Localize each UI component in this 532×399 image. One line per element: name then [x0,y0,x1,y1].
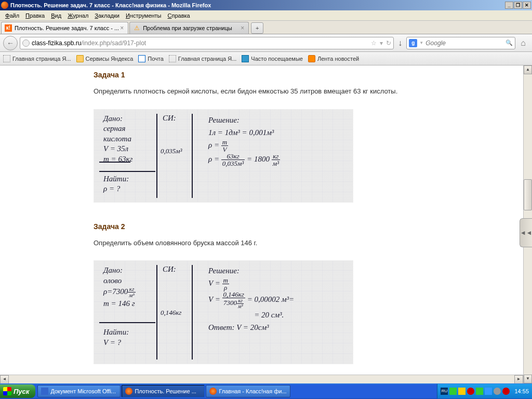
task-text: Определить объем оловянного бруска массо… [94,238,523,248]
scroll-down-button[interactable]: ▼ [524,375,532,383]
reload-icon[interactable]: ↻ [386,39,391,47]
task-heading: Задача 1 [94,71,523,79]
taskbar-item-active[interactable]: Плотность. Решение ... [122,385,205,397]
task-heading: Задача 2 [94,222,523,231]
tab-title: Проблема при загрузке страницы [143,25,232,31]
page-content: Задача 1 Определить плотность серной кис… [0,65,523,383]
search-icon[interactable]: 🔍 [506,39,513,46]
tray-icon[interactable] [476,388,483,395]
visited-icon [242,55,249,62]
firefox-icon [209,388,217,395]
close-button[interactable]: ✕ [523,2,531,9]
menu-file[interactable]: Файл [2,11,22,20]
scroll-up-button[interactable]: ▲ [524,65,532,74]
tray-icon[interactable] [449,388,457,395]
minimize-button[interactable]: _ [505,2,513,9]
bookmark-item[interactable]: Главная страница Я... [3,55,71,62]
scroll-left-button[interactable]: ◄ [0,375,9,384]
menu-history[interactable]: Журнал [64,11,91,20]
window-titlebar: Плотность. Решение задач. 7 класс - Клас… [0,0,532,10]
menu-edit[interactable]: Правка [22,11,48,20]
windows-logo-icon [3,387,11,395]
menu-bar: Файл Правка Вид Журнал Закладки Инструме… [0,10,532,21]
bookmark-item[interactable]: Почта [138,55,164,62]
bookmark-star-icon[interactable]: ☆ [371,39,377,47]
menu-view[interactable]: Вид [48,11,64,20]
bookmark-item[interactable]: Лента новостей [308,55,359,62]
rss-icon [308,55,315,62]
word-icon [41,388,48,395]
downloads-icon[interactable]: ↓ [396,38,404,48]
new-tab-button[interactable]: + [251,22,263,34]
tab-active[interactable]: к! Плотность. Решение задач. 7 класс - .… [1,22,128,34]
search-box[interactable]: g ▼ 🔍 [406,37,515,49]
page-icon [169,55,176,62]
navigation-bar: ← class-fizika.spb.ru/index.php/sad/917-… [0,34,532,52]
windows-taskbar: Пуск Документ Microsoft Offi... Плотност… [0,383,532,399]
bookmark-item[interactable]: Часто посещаемые [242,55,303,62]
clock[interactable]: 14:55 [514,388,529,394]
start-button[interactable]: Пуск [0,384,35,398]
firefox-icon [1,2,8,9]
taskbar-item[interactable]: Главная - Класс!ная фи... [206,385,290,397]
tab-strip: к! Плотность. Решение задач. 7 класс - .… [0,21,532,34]
menu-help[interactable]: Справка [165,11,193,20]
tab-close-icon[interactable]: × [240,24,245,32]
tab-close-icon[interactable]: × [119,24,125,32]
home-button[interactable]: ⌂ [517,38,529,48]
tray-icon[interactable] [467,388,474,395]
firefox-icon [125,388,132,395]
menu-tools[interactable]: Инструменты [123,11,165,20]
page-icon [3,55,10,62]
bookmark-item[interactable]: Главная страница Я... [169,55,237,62]
url-text[interactable]: class-fizika.spb.ru/index.php/sad/917-pl… [32,39,371,47]
tray-icon[interactable] [485,388,492,395]
system-tray: RU 14:55 [437,384,532,398]
task-text: Определить плотность серной кислоты, есл… [94,86,523,97]
window-title: Плотность. Решение задач. 7 класс - Клас… [10,2,211,8]
tray-icon[interactable] [458,388,466,395]
search-input[interactable] [425,39,506,47]
scroll-track[interactable] [9,375,514,383]
warning-icon: ⚠ [133,24,140,32]
search-dropdown-icon[interactable]: ▼ [419,41,423,45]
solution-image-1: Дано: серная кислота V = 35л m = 63кг На… [94,109,353,203]
bookmark-folder[interactable]: Сервисы Яндекса [76,55,134,62]
google-icon: g [409,39,417,47]
restore-button[interactable]: ❐ [514,2,522,9]
mail-icon [138,55,145,62]
tab-inactive[interactable]: ⚠ Проблема при загрузке страницы × [129,22,249,34]
language-indicator[interactable]: RU [441,388,448,395]
url-dropdown-icon[interactable]: ▾ [380,39,383,47]
tab-favicon-k-icon: к! [5,24,12,32]
back-button[interactable]: ← [3,36,18,50]
horizontal-scrollbar[interactable]: ◄ ► [0,375,523,383]
tab-title: Плотность. Решение задач. 7 класс - ... [15,25,119,31]
side-tab-widget[interactable]: ◄◄ [520,218,532,247]
menu-bookmarks[interactable]: Закладки [91,11,123,20]
tray-icon[interactable] [494,388,501,395]
scroll-right-button[interactable]: ► [514,375,523,384]
globe-icon [22,39,30,47]
folder-icon [76,55,84,62]
scroll-thumb[interactable] [524,179,532,210]
solution-image-2: Дано: олово ρ=7300кгм³ m = 146 г Найти: … [94,260,353,364]
url-bar[interactable]: class-fizika.spb.ru/index.php/sad/917-pl… [20,37,394,49]
bookmarks-bar: Главная страница Я... Сервисы Яндекса По… [0,52,532,65]
blocked-icon[interactable] [502,388,510,395]
taskbar-item[interactable]: Документ Microsoft Offi... [37,385,121,397]
